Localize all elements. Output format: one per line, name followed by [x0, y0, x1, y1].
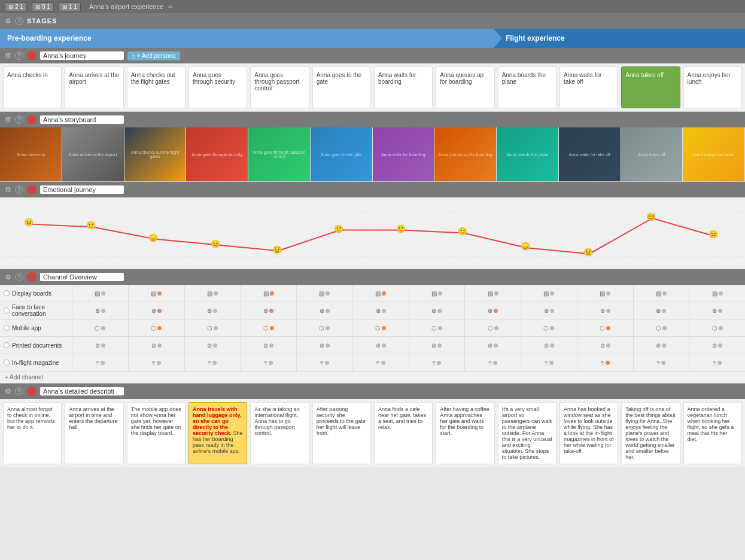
stages-help-icon[interactable]: ? — [15, 17, 23, 25]
channel-radio-3[interactable] — [4, 342, 10, 348]
channel-cell-3-0[interactable]: ⊘ — [72, 337, 128, 354]
channel-cell-2-5[interactable]: ⬡ — [352, 319, 409, 336]
channel-cell-2-8[interactable]: ⬡ — [521, 319, 577, 336]
ej-gear-icon[interactable]: ⚙ — [5, 185, 11, 194]
channel-cell-1-8[interactable]: ⊕ — [521, 302, 577, 319]
channel-cell-4-0[interactable]: ≡ — [72, 354, 128, 371]
channel-cell-4-8[interactable]: ≡ — [521, 354, 577, 371]
emotional-title-input[interactable] — [40, 185, 124, 194]
storyboard-image-10[interactable]: Anna takes off — [621, 127, 683, 181]
channel-cell-1-9[interactable]: ⊕ — [577, 302, 633, 319]
storyboard-image-0[interactable]: Anna checks in — [0, 127, 62, 181]
channel-cell-2-4[interactable]: ⬡ — [296, 319, 352, 336]
channel-cell-4-4[interactable]: ≡ — [296, 354, 352, 371]
journey-map-title-input[interactable] — [40, 51, 124, 60]
channel-cell-2-3[interactable]: ⬡ — [240, 319, 296, 336]
channel-cell-1-3[interactable]: ⊕ — [240, 302, 296, 319]
storyboard-image-2[interactable]: Anna checks out the flight gates — [124, 127, 187, 181]
channel-cell-0-6[interactable]: ▤ — [409, 285, 465, 302]
channel-cell-1-0[interactable]: ⊕ — [72, 302, 128, 319]
storyboard-image-3[interactable]: Anna goes through security — [186, 127, 248, 181]
channel-cell-3-8[interactable]: ⊘ — [521, 337, 577, 354]
storyboard-image-9[interactable]: Anna waits for take off — [559, 127, 621, 181]
journey-step-3[interactable]: Anna goes through security — [188, 66, 247, 108]
channel-cell-2-6[interactable]: ⬡ — [409, 319, 465, 336]
channel-cell-2-2[interactable]: ⬡ — [184, 319, 241, 336]
channel-cell-3-2[interactable]: ⊘ — [184, 337, 241, 354]
channel-cell-1-6[interactable]: ⊕ — [409, 302, 465, 319]
add-channel-button[interactable]: + Add channel — [0, 372, 745, 383]
storyboard-title-input[interactable] — [40, 115, 124, 124]
channel-radio-2[interactable] — [4, 325, 10, 331]
channel-radio-4[interactable] — [4, 360, 10, 366]
channel-cell-1-7[interactable]: ⊕ — [464, 302, 521, 319]
journey-step-8[interactable]: Anna boards the plane — [498, 66, 557, 108]
channel-cell-1-10[interactable]: ⊕ — [633, 302, 689, 319]
channel-cell-0-8[interactable]: ▤ — [521, 285, 577, 302]
ch-help-icon[interactable]: ? — [15, 273, 23, 281]
journey-step-6[interactable]: Anna waits for boarding — [374, 66, 433, 108]
add-persona-button[interactable]: + + Add persona — [127, 51, 180, 60]
jm-help-icon[interactable]: ? — [15, 51, 23, 60]
desc-title-input[interactable] — [40, 387, 124, 395]
channel-cell-3-5[interactable]: ⊘ — [352, 337, 409, 354]
channel-title-input[interactable] — [40, 273, 124, 281]
stage-pre-boarding[interactable]: Pre-boarding experience — [0, 29, 494, 48]
sb-gear-icon[interactable]: ⚙ — [5, 115, 11, 124]
journey-step-9[interactable]: Anna waits for take off — [559, 66, 618, 108]
channel-cell-1-4[interactable]: ⊕ — [296, 302, 352, 319]
channel-cell-4-9[interactable]: ≡ — [577, 354, 633, 371]
channel-cell-4-7[interactable]: ≡ — [464, 354, 521, 371]
ej-help-icon[interactable]: ? — [15, 185, 23, 194]
channel-cell-0-2[interactable]: ▤ — [184, 285, 241, 302]
journey-step-1[interactable]: Anna arrives at the airport — [65, 66, 123, 108]
edit-icon[interactable]: ✏ — [168, 4, 173, 10]
channel-cell-4-2[interactable]: ≡ — [184, 354, 241, 371]
channel-cell-0-10[interactable]: ▤ — [633, 285, 689, 302]
channel-cell-0-11[interactable]: ▤ — [689, 285, 745, 302]
journey-step-11[interactable]: Anna enjoys her lunch — [683, 66, 742, 108]
journey-step-2[interactable]: Anna checks out the flight gates — [127, 66, 186, 108]
stages-gear-icon[interactable]: ⚙ — [5, 17, 11, 25]
journey-step-5[interactable]: Anna goes to the gate — [312, 66, 371, 108]
channel-cell-0-0[interactable]: ▤ — [72, 285, 128, 302]
channel-cell-0-5[interactable]: ▤ — [352, 285, 409, 302]
journey-step-10[interactable]: Anna takes off — [621, 66, 680, 108]
channel-cell-2-0[interactable]: ⬡ — [72, 319, 128, 336]
storyboard-image-11[interactable]: Anna enjoys her lunch — [683, 127, 745, 181]
ch-gear-icon[interactable]: ⚙ — [5, 273, 11, 281]
btn-1[interactable]: ⊞ 2 1 — [5, 2, 27, 11]
channel-cell-0-3[interactable]: ▤ — [240, 285, 296, 302]
channel-cell-2-9[interactable]: ⬡ — [577, 319, 633, 336]
channel-cell-3-6[interactable]: ⊘ — [409, 337, 465, 354]
channel-cell-3-7[interactable]: ⊘ — [464, 337, 521, 354]
channel-radio-1[interactable] — [4, 308, 10, 314]
channel-cell-4-10[interactable]: ≡ — [633, 354, 689, 371]
btn-2[interactable]: ⊞ 0 1 — [32, 2, 54, 11]
storyboard-image-1[interactable]: Anna arrives at the airport — [62, 127, 124, 181]
channel-cell-4-6[interactable]: ≡ — [409, 354, 465, 371]
storyboard-image-5[interactable]: Anna goes to the gate — [311, 127, 373, 181]
channel-cell-4-11[interactable]: ≡ — [689, 354, 745, 371]
channel-cell-3-9[interactable]: ⊘ — [577, 337, 633, 354]
channel-cell-0-7[interactable]: ▤ — [464, 285, 521, 302]
channel-cell-4-3[interactable]: ≡ — [240, 354, 296, 371]
desc-help-icon[interactable]: ? — [15, 387, 23, 395]
channel-cell-3-10[interactable]: ⊘ — [633, 337, 689, 354]
storyboard-image-7[interactable]: Anna queues up for boarding — [434, 127, 497, 181]
channel-cell-3-4[interactable]: ⊘ — [296, 337, 352, 354]
channel-cell-3-11[interactable]: ⊘ — [689, 337, 745, 354]
channel-cell-3-3[interactable]: ⊘ — [240, 337, 296, 354]
journey-step-0[interactable]: Anna checks in — [3, 66, 62, 108]
jm-gear-icon[interactable]: ⚙ — [5, 51, 11, 60]
channel-cell-0-4[interactable]: ▤ — [296, 285, 352, 302]
channel-radio-0[interactable] — [4, 290, 10, 296]
journey-step-7[interactable]: Anna queues up for boarding — [436, 66, 494, 108]
channel-cell-4-1[interactable]: ≡ — [128, 354, 184, 371]
channel-cell-2-1[interactable]: ⬡ — [128, 319, 184, 336]
storyboard-image-6[interactable]: Anna waits for boarding — [373, 127, 435, 181]
journey-step-4[interactable]: Anna goes through passport control — [250, 66, 309, 108]
desc-gear-icon[interactable]: ⚙ — [5, 387, 11, 395]
channel-cell-3-1[interactable]: ⊘ — [128, 337, 184, 354]
channel-cell-1-2[interactable]: ⊕ — [184, 302, 241, 319]
